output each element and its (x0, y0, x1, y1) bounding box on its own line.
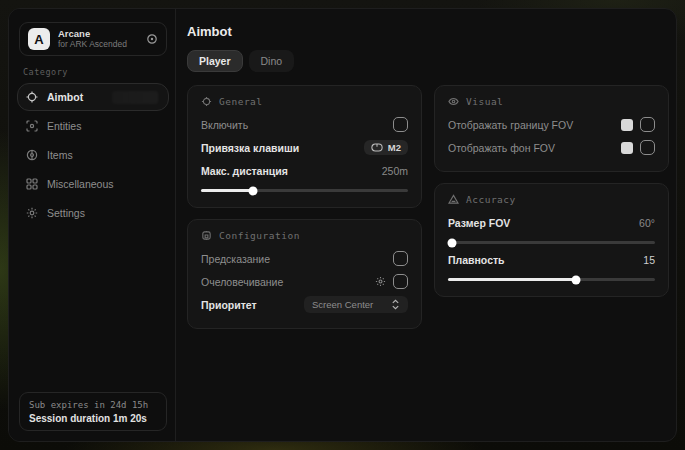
scan-icon (26, 120, 38, 132)
slider-thumb[interactable] (248, 186, 257, 195)
sidebar-item-settings[interactable]: Settings (17, 199, 169, 227)
card-title: Configuration (219, 230, 300, 241)
prediction-label: Предсказание (201, 253, 270, 265)
tab-dino[interactable]: Dino (249, 50, 295, 72)
sidebar-item-label: Entities (47, 120, 81, 132)
accuracy-card: Accuracy Размер FOV 60° Плавность 15 (434, 183, 669, 297)
sidebar-nav: Aimbot Entities Items (9, 83, 175, 227)
humanization-settings-icon[interactable] (375, 276, 386, 287)
sidebar-item-miscellaneous[interactable]: Miscellaneous (17, 170, 169, 198)
visual-card: Visual Отображать границу FOV Отображать… (434, 85, 669, 172)
fov-background-checkbox[interactable] (640, 140, 655, 155)
sidebar-item-items[interactable]: Items (17, 141, 169, 169)
slider-thumb[interactable] (572, 275, 581, 284)
target-icon[interactable] (146, 33, 158, 45)
package-icon (26, 149, 38, 161)
smoothness-slider[interactable] (448, 278, 655, 281)
card-title: Visual (466, 96, 503, 107)
main-panel: Aimbot Player Dino General (176, 9, 677, 441)
visual-icon (448, 96, 459, 107)
card-title: Accuracy (466, 194, 516, 205)
fov-size-slider[interactable] (448, 241, 655, 244)
brand-subtitle: for ARK Ascended (58, 40, 138, 50)
max-distance-value: 250m (382, 165, 408, 177)
slider-thumb[interactable] (448, 238, 457, 247)
fov-border-checkbox[interactable] (640, 117, 655, 132)
session-card: Sub expires in 24d 15h Session duration … (19, 392, 167, 431)
card-title: General (219, 96, 263, 107)
fov-background-color-swatch[interactable] (621, 142, 633, 154)
fov-border-label: Отображать границу FOV (448, 119, 573, 131)
accuracy-icon (448, 194, 459, 205)
sub-expires-text: Sub expires in 24d 15h (29, 400, 157, 410)
fov-background-label: Отображать фон FOV (448, 142, 555, 154)
page-title: Aimbot (187, 24, 669, 39)
smoothness-label: Плавность (448, 254, 505, 266)
fov-border-color-swatch[interactable] (621, 119, 633, 131)
sidebar-item-entities[interactable]: Entities (17, 112, 169, 140)
priority-dropdown[interactable]: Screen Center (304, 296, 408, 313)
sidebar-item-label: Miscellaneous (47, 178, 114, 190)
configuration-icon (201, 230, 212, 241)
priority-value: Screen Center (312, 299, 373, 310)
enable-label: Включить (201, 119, 248, 131)
brand-card: A Arcane for ARK Ascended (19, 22, 167, 56)
keybind-label: Привязка клавиши (201, 142, 299, 154)
humanization-checkbox[interactable] (393, 274, 408, 289)
general-card: General Включить Привязка клавиши (187, 85, 422, 208)
max-distance-label: Макс. дистанция (201, 165, 288, 177)
fov-size-label: Размер FOV (448, 217, 510, 229)
sidebar-item-label: Items (47, 149, 73, 161)
tab-bar: Player Dino (187, 50, 669, 72)
prediction-checkbox[interactable] (393, 251, 408, 266)
smoothness-value: 15 (643, 254, 655, 266)
sidebar-item-label: Settings (47, 207, 85, 219)
mouse-icon (371, 143, 383, 152)
max-distance-slider[interactable] (201, 189, 408, 192)
grid-icon (26, 178, 38, 190)
sidebar-item-aimbot[interactable]: Aimbot (17, 83, 169, 111)
priority-label: Приоритет (201, 299, 257, 311)
category-label: Category (23, 67, 175, 77)
keybind-value: M2 (388, 142, 401, 153)
app-window: A Arcane for ARK Ascended Category Aimbo… (8, 8, 677, 442)
configuration-card: Configuration Предсказание Очеловечивани… (187, 219, 422, 329)
gear-icon (26, 207, 38, 219)
enable-checkbox[interactable] (393, 117, 408, 132)
tab-player[interactable]: Player (187, 50, 243, 72)
fov-size-value: 60° (639, 217, 655, 229)
brand-name: Arcane (58, 29, 138, 40)
chevron-up-down-icon (391, 299, 400, 310)
keybind-button[interactable]: M2 (364, 140, 408, 155)
session-duration-text: Session duration 1m 20s (29, 413, 157, 424)
sidebar: A Arcane for ARK Ascended Category Aimbo… (9, 9, 176, 441)
brand-logo: A (28, 28, 50, 50)
general-icon (201, 96, 212, 107)
humanization-label: Очеловечивание (201, 276, 283, 288)
crosshair-icon (26, 91, 38, 103)
ghost-watermark (112, 91, 158, 104)
sidebar-item-label: Aimbot (47, 91, 83, 103)
